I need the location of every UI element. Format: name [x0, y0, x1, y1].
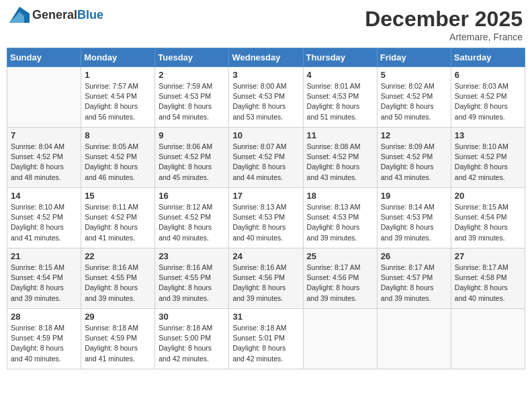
sunset: Sunset: 4:56 PM: [232, 273, 299, 283]
sunset: Sunset: 4:52 PM: [232, 152, 299, 162]
daylight-minutes: and 43 minutes.: [381, 173, 447, 183]
calendar-cell: 5Sunrise: 8:02 AMSunset: 4:52 PMDaylight…: [377, 67, 451, 128]
day-info: Sunrise: 8:10 AMSunset: 4:52 PMDaylight:…: [11, 202, 77, 243]
daylight-hours: Daylight: 8 hours: [159, 162, 225, 172]
daylight-minutes: and 39 minutes.: [307, 233, 373, 243]
sunset: Sunset: 4:54 PM: [11, 273, 77, 283]
calendar-cell: 31Sunrise: 8:18 AMSunset: 5:01 PMDayligh…: [229, 309, 303, 369]
daylight-minutes: and 41 minutes.: [11, 233, 77, 243]
daylight-minutes: and 42 minutes.: [159, 354, 225, 364]
day-info: Sunrise: 7:59 AMSunset: 4:53 PMDaylight:…: [159, 81, 225, 122]
week-row-3: 21Sunrise: 8:15 AMSunset: 4:54 PMDayligh…: [7, 248, 525, 309]
calendar-header: SundayMondayTuesdayWednesdayThursdayFrid…: [7, 48, 525, 67]
sunrise: Sunrise: 8:14 AM: [381, 202, 447, 212]
day-info: Sunrise: 8:15 AMSunset: 4:54 PMDaylight:…: [455, 202, 521, 243]
calendar-cell: [377, 309, 451, 369]
daylight-minutes: and 54 minutes.: [159, 112, 225, 122]
sunrise: Sunrise: 8:18 AM: [85, 323, 151, 333]
sunset: Sunset: 4:52 PM: [455, 152, 521, 162]
day-number: 25: [307, 251, 373, 261]
daylight-minutes: and 40 minutes.: [232, 233, 299, 243]
day-number: 3: [232, 70, 299, 80]
daylight-minutes: and 49 minutes.: [455, 112, 521, 122]
daylight-minutes: and 40 minutes.: [11, 354, 77, 364]
calendar-cell: [7, 67, 81, 128]
logo: GeneralBlue: [9, 7, 103, 23]
day-number: 22: [85, 251, 151, 261]
sunrise: Sunrise: 8:11 AM: [85, 202, 151, 212]
daylight-hours: Daylight: 8 hours: [381, 222, 447, 232]
day-number: 12: [381, 130, 447, 140]
day-info: Sunrise: 8:07 AMSunset: 4:52 PMDaylight:…: [232, 142, 299, 183]
week-row-2: 14Sunrise: 8:10 AMSunset: 4:52 PMDayligh…: [7, 188, 525, 248]
daylight-minutes: and 40 minutes.: [159, 233, 225, 243]
sunrise: Sunrise: 7:57 AM: [85, 81, 151, 91]
day-info: Sunrise: 8:11 AMSunset: 4:52 PMDaylight:…: [85, 202, 151, 243]
daylight-minutes: and 39 minutes.: [381, 233, 447, 243]
sunrise: Sunrise: 8:13 AM: [307, 202, 373, 212]
daylight-hours: Daylight: 8 hours: [11, 343, 77, 353]
sunset: Sunset: 5:01 PM: [232, 333, 299, 343]
calendar-cell: 10Sunrise: 8:07 AMSunset: 4:52 PMDayligh…: [229, 128, 303, 188]
daylight-minutes: and 39 minutes.: [455, 233, 521, 243]
sunrise: Sunrise: 8:05 AM: [85, 142, 151, 152]
daylight-minutes: and 51 minutes.: [307, 112, 373, 122]
day-number: 17: [232, 191, 299, 201]
calendar-cell: 6Sunrise: 8:03 AMSunset: 4:52 PMDaylight…: [451, 67, 525, 128]
logo-general: General: [32, 8, 77, 21]
daylight-minutes: and 41 minutes.: [85, 233, 151, 243]
sunrise: Sunrise: 8:06 AM: [159, 142, 225, 152]
calendar-cell: 23Sunrise: 8:16 AMSunset: 4:55 PMDayligh…: [155, 248, 229, 309]
calendar-cell: 7Sunrise: 8:04 AMSunset: 4:52 PMDaylight…: [7, 128, 81, 188]
daylight-minutes: and 39 minutes.: [232, 293, 299, 304]
sunrise: Sunrise: 8:01 AM: [307, 81, 373, 91]
daylight-minutes: and 39 minutes.: [307, 293, 373, 304]
daylight-hours: Daylight: 8 hours: [307, 222, 373, 232]
day-info: Sunrise: 8:12 AMSunset: 4:52 PMDaylight:…: [159, 202, 225, 243]
sunrise: Sunrise: 8:16 AM: [85, 263, 151, 273]
daylight-minutes: and 50 minutes.: [381, 112, 447, 122]
day-number: 31: [232, 312, 299, 322]
daylight-hours: Daylight: 8 hours: [307, 283, 373, 293]
sunrise: Sunrise: 8:17 AM: [307, 263, 373, 273]
day-number: 16: [159, 191, 225, 201]
calendar-cell: 20Sunrise: 8:15 AMSunset: 4:54 PMDayligh…: [451, 188, 525, 248]
day-info: Sunrise: 8:18 AMSunset: 4:59 PMDaylight:…: [11, 323, 77, 364]
calendar-cell: 28Sunrise: 8:18 AMSunset: 4:59 PMDayligh…: [7, 309, 81, 369]
day-info: Sunrise: 8:02 AMSunset: 4:52 PMDaylight:…: [381, 81, 447, 122]
day-info: Sunrise: 8:14 AMSunset: 4:53 PMDaylight:…: [381, 202, 447, 243]
sunset: Sunset: 4:52 PM: [381, 91, 447, 101]
day-info: Sunrise: 8:16 AMSunset: 4:55 PMDaylight:…: [159, 263, 225, 304]
calendar-cell: 14Sunrise: 8:10 AMSunset: 4:52 PMDayligh…: [7, 188, 81, 248]
daylight-minutes: and 48 minutes.: [11, 173, 77, 183]
sunset: Sunset: 4:52 PM: [307, 152, 373, 162]
calendar-cell: 4Sunrise: 8:01 AMSunset: 4:53 PMDaylight…: [303, 67, 377, 128]
day-number: 28: [11, 312, 77, 322]
day-number: 14: [11, 191, 77, 201]
sunrise: Sunrise: 7:59 AM: [159, 81, 225, 91]
day-info: Sunrise: 8:09 AMSunset: 4:52 PMDaylight:…: [381, 142, 447, 183]
calendar-cell: 13Sunrise: 8:10 AMSunset: 4:52 PMDayligh…: [451, 128, 525, 188]
calendar-cell: 1Sunrise: 7:57 AMSunset: 4:54 PMDaylight…: [81, 67, 155, 128]
header-cell-saturday: Saturday: [451, 48, 525, 67]
day-number: 29: [85, 312, 151, 322]
daylight-hours: Daylight: 8 hours: [455, 162, 521, 172]
month-title: December 2025: [365, 7, 523, 32]
week-row-0: 1Sunrise: 7:57 AMSunset: 4:54 PMDaylight…: [7, 67, 525, 128]
daylight-hours: Daylight: 8 hours: [159, 222, 225, 232]
sunrise: Sunrise: 8:18 AM: [159, 323, 225, 333]
calendar-cell: 11Sunrise: 8:08 AMSunset: 4:52 PMDayligh…: [303, 128, 377, 188]
day-number: 6: [455, 70, 521, 80]
day-number: 8: [85, 130, 151, 140]
daylight-hours: Daylight: 8 hours: [455, 101, 521, 111]
sunset: Sunset: 4:52 PM: [11, 152, 77, 162]
calendar-cell: [451, 309, 525, 369]
daylight-hours: Daylight: 8 hours: [232, 343, 299, 353]
daylight-hours: Daylight: 8 hours: [232, 222, 299, 232]
sunrise: Sunrise: 8:15 AM: [11, 263, 77, 273]
day-info: Sunrise: 8:00 AMSunset: 4:53 PMDaylight:…: [232, 81, 299, 122]
daylight-minutes: and 46 minutes.: [85, 173, 151, 183]
calendar-cell: 22Sunrise: 8:16 AMSunset: 4:55 PMDayligh…: [81, 248, 155, 309]
sunset: Sunset: 4:52 PM: [381, 152, 447, 162]
day-info: Sunrise: 7:57 AMSunset: 4:54 PMDaylight:…: [85, 81, 151, 122]
